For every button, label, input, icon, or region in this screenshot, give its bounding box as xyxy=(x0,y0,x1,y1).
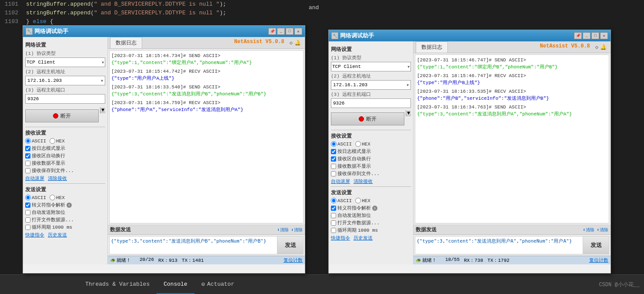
window2-hide-receive[interactable]: 接收数据不显示 xyxy=(331,163,411,169)
window1-clear-down-btn[interactable]: ⬇ 清除 xyxy=(277,227,289,233)
window2-host-arrow: ▼ xyxy=(407,83,409,87)
tab-actuator[interactable]: ⊙ Actuator xyxy=(194,275,241,294)
window2-open-file[interactable]: 打开文件数据源... xyxy=(331,220,411,226)
window1-close-btn[interactable]: ✕ xyxy=(294,28,302,35)
tab-actuator-label: Actuator xyxy=(207,281,234,287)
window2-log-area[interactable]: [2023-07-31 18:15:46.747]# SEND ASCII> {… xyxy=(415,54,609,223)
window2-data-log-tab[interactable]: 数据日志 xyxy=(416,41,448,53)
window2-auto-add[interactable]: 自动发送附加位 xyxy=(331,212,411,219)
window2-protocol-select[interactable]: TCP Client ▼ xyxy=(331,62,411,71)
window1-auto-screen-link[interactable]: 自动滚屏 xyxy=(25,175,44,182)
window1-pin-btn[interactable]: 📌 xyxy=(268,28,276,35)
window1-minimize-btn[interactable]: _ xyxy=(277,28,285,35)
window2-maximize-btn[interactable]: □ xyxy=(591,32,599,39)
window1-disconnect-dropdown[interactable]: ▼ xyxy=(100,107,105,113)
window1-escape-cmd[interactable]: 转义符指令解析 i xyxy=(25,202,105,208)
window2-auto-screen-link[interactable]: 自动滚屏 xyxy=(331,178,350,185)
window1-save-file[interactable]: 接收保存到文件... xyxy=(25,167,105,174)
window2-clear-up-btn[interactable]: ⬆ 清除 xyxy=(597,227,608,233)
window2-status-dot xyxy=(359,116,364,122)
window1-hex-radio[interactable]: HEX xyxy=(50,138,65,144)
window2-escape-cmd[interactable]: 转义符指令解析 i xyxy=(331,205,411,211)
window2-clear-receive-link[interactable]: 清除接收 xyxy=(354,178,373,185)
window1-protocol-select[interactable]: TCP Client ▼ xyxy=(25,57,105,67)
tab-threads-variables[interactable]: Threads & Variables xyxy=(78,275,157,294)
window2-history-send-link[interactable]: 历史发送 xyxy=(354,235,373,241)
window1-clear-up-btn[interactable]: ⬆ 清除 xyxy=(291,227,303,233)
window1-reset-btn[interactable]: 复位计数 xyxy=(284,257,303,264)
window1-auto-newline[interactable]: 接收区自动换行 xyxy=(25,152,105,159)
window2-info-icon[interactable]: i xyxy=(372,206,377,211)
window1-info-icon[interactable]: i xyxy=(67,203,72,208)
window1-status-icon: 🐢 xyxy=(110,258,115,263)
window1-diamond-icon[interactable]: ◇ xyxy=(290,40,293,46)
window1-send-ascii-radio[interactable]: ASCII xyxy=(25,195,46,200)
window1-netassist-label[interactable]: NetAssist V5.0.8 xyxy=(231,37,288,48)
window1-send-input-area: 发送 xyxy=(109,236,304,254)
window1-host-input[interactable]: 172.16.1.203 ▼ xyxy=(25,76,105,85)
window2-send-btn[interactable]: 发送 xyxy=(583,237,609,254)
window2-disconnect-dropdown[interactable]: ▼ xyxy=(406,110,411,116)
window1-disconnect-btn[interactable]: 断开 xyxy=(25,109,99,122)
window2-tab-header: 数据日志 NetAssist V5.0.8 ◇ 🔔 xyxy=(414,41,611,53)
window2-netassist-label[interactable]: NetAssist V5.0.8 xyxy=(537,41,594,53)
window1-auto-add[interactable]: 自动发送附加位 xyxy=(25,209,105,216)
window2-receive-settings-title: 接收设置 xyxy=(331,132,411,140)
window2-send-area: 数据发送 ⬇ 清除 ⬆ 清除 发送 xyxy=(414,225,611,256)
window2-diamond-icon[interactable]: ◇ xyxy=(595,44,598,51)
window2-send-textarea[interactable] xyxy=(415,237,583,254)
window1-status-text: 就绪！ xyxy=(117,257,131,264)
window2-network-settings-title: 网络设置 xyxy=(331,46,411,53)
window2-host-input[interactable]: 172.16.1.203 ▼ xyxy=(331,80,411,90)
window1-ascii-radio[interactable]: ASCII xyxy=(25,138,46,144)
window2-divider2 xyxy=(331,186,411,187)
tab-console[interactable]: Console xyxy=(157,275,194,294)
window1-log-area[interactable]: [2023-07-31 18:15:44.734]# SEND ASCII> {… xyxy=(109,50,304,223)
window1-loop[interactable]: 循环周期 1000 ms xyxy=(25,224,105,230)
window1-log-mode[interactable]: 按日志模式显示 xyxy=(25,145,105,152)
window1-open-file[interactable]: 打开文件数据源... xyxy=(25,216,105,223)
window2-pin-btn[interactable]: 📌 xyxy=(574,32,582,39)
window2-bell-icon[interactable]: 🔔 xyxy=(600,44,607,51)
window2-count: 18/55 xyxy=(445,257,460,264)
window1-send-textarea[interactable] xyxy=(110,237,277,254)
window1-port-input[interactable]: 9326 xyxy=(25,94,105,104)
window1-quick-cmd-link[interactable]: 快捷指令 xyxy=(25,232,44,238)
window2-quick-cmd-link[interactable]: 快捷指令 xyxy=(331,235,350,241)
window1-send-btn[interactable]: 发送 xyxy=(277,237,303,254)
window2-auto-newline[interactable]: 接收区自动换行 xyxy=(331,155,411,162)
window1-titlebar-left: 🔧 网络调试助手 xyxy=(26,27,68,35)
bottom-tabs: Threads & Variables Console ⊙ Actuator xyxy=(0,275,241,294)
window2-close-btn[interactable]: ✕ xyxy=(600,32,608,39)
window2-ascii-radio[interactable]: ASCII xyxy=(331,141,352,147)
window1-status-ready: 🐢 就绪！ xyxy=(110,257,131,264)
window2-host-label: (2) 远程主机地址 xyxy=(331,73,411,79)
window1-title: 网络调试助手 xyxy=(34,27,68,35)
window1-bell-icon[interactable]: 🔔 xyxy=(294,40,301,46)
window2-log-mode[interactable]: 按日志模式显示 xyxy=(331,148,411,155)
window2-reset-btn[interactable]: 复位计数 xyxy=(589,257,608,264)
window2-minimize-btn[interactable]: _ xyxy=(583,32,591,39)
window2-body: 网络设置 (1) 协议类型 TCP Client ▼ (2) 远程主机地址 17… xyxy=(329,41,611,264)
window2-save-file[interactable]: 接收保存到文件... xyxy=(331,170,411,177)
window2-port-input[interactable]: 9326 xyxy=(331,98,411,108)
window2-send-ascii-radio[interactable]: ASCII xyxy=(331,198,352,203)
window1-titlebar[interactable]: 🔧 网络调试助手 📌 _ □ ✕ xyxy=(23,26,305,37)
window2-titlebar[interactable]: 🔧 网络调试助手 📌 _ □ ✕ xyxy=(329,30,611,41)
window2-send-hex-radio[interactable]: HEX xyxy=(355,198,370,203)
window2-loop[interactable]: 循环周期 1000 ms xyxy=(331,227,411,233)
window2-send-input-area: 发送 xyxy=(415,236,609,254)
window1-maximize-btn[interactable]: □ xyxy=(286,28,294,35)
window1-send-hex-radio[interactable]: HEX xyxy=(50,195,65,200)
window2-send-area-title: 数据发送 xyxy=(416,226,437,233)
window2-send-settings-title: 发送设置 xyxy=(331,189,411,196)
window1-body: 网络设置 (1) 协议类型 TCP Client ▼ (2) 远程主机地址 17… xyxy=(23,37,305,264)
window1-history-send-link[interactable]: 历史发送 xyxy=(48,232,67,238)
window1-clear-receive-link[interactable]: 清除接收 xyxy=(48,175,67,182)
window2-hex-radio[interactable]: HEX xyxy=(355,141,370,147)
window2-disconnect-btn[interactable]: 断开 xyxy=(331,112,404,125)
window1-data-log-tab[interactable]: 数据日志 xyxy=(110,37,142,48)
window2-port-label: (3) 远程主机端口 xyxy=(331,91,411,98)
window1-hide-receive[interactable]: 接收数据不显示 xyxy=(25,160,105,166)
window2-clear-down-btn[interactable]: ⬇ 清除 xyxy=(583,227,594,233)
